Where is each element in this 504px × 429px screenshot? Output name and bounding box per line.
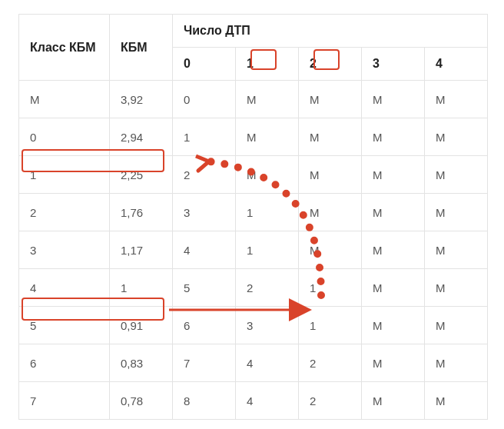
cell-dtp: 2: [236, 269, 299, 307]
cell-class: 3: [19, 231, 110, 269]
cell-dtp: М: [362, 344, 425, 382]
cell-dtp: М: [236, 118, 299, 156]
cell-dtp: М: [425, 307, 488, 344]
col-kbm-header: КБМ: [110, 15, 173, 81]
cell-dtp: М: [362, 81, 425, 118]
cell-class: М: [19, 81, 110, 118]
cell-dtp: М: [362, 194, 425, 231]
table-row: 7 0,78 8 4 2 М М: [19, 382, 488, 420]
cell-dtp: М: [362, 231, 425, 269]
cell-dtp: 4: [236, 344, 299, 382]
cell-dtp: М: [299, 194, 362, 231]
cell-dtp: 5: [173, 269, 236, 307]
cell-dtp: М: [425, 344, 488, 382]
cell-class: 6: [19, 344, 110, 382]
col-dtp-2-header: 2: [299, 48, 362, 81]
cell-dtp: М: [425, 231, 488, 269]
cell-dtp: 7: [173, 344, 236, 382]
cell-class: 2: [19, 194, 110, 231]
cell-dtp: М: [362, 156, 425, 194]
cell-class: 4: [19, 269, 110, 307]
cell-dtp: М: [299, 231, 362, 269]
cell-dtp: М: [425, 81, 488, 118]
table-row: 3 1,17 4 1 М М М: [19, 231, 488, 269]
cell-dtp: М: [236, 81, 299, 118]
col-dtp-group-header: Число ДТП: [173, 15, 488, 48]
cell-class: 1: [19, 156, 110, 194]
cell-kbm: 0,91: [110, 307, 173, 344]
col-class-header: Класс КБМ: [19, 15, 110, 81]
cell-dtp: М: [362, 307, 425, 344]
table-row: 2 1,76 3 1 М М М: [19, 194, 488, 231]
table-row: 6 0,83 7 4 2 М М: [19, 344, 488, 382]
kbm-table-figure: Класс КБМ КБМ Число ДТП 0 1 2 3 4 М 3,92…: [0, 0, 504, 429]
cell-dtp: М: [362, 382, 425, 420]
cell-dtp: 3: [236, 307, 299, 344]
table-row: 0 2,94 1 М М М М: [19, 118, 488, 156]
cell-dtp: М: [425, 118, 488, 156]
cell-class: 0: [19, 118, 110, 156]
cell-dtp: М: [425, 269, 488, 307]
cell-dtp: М: [299, 118, 362, 156]
table-row: 1 2,25 2 М М М М: [19, 156, 488, 194]
cell-kbm: 1,76: [110, 194, 173, 231]
table-row: 4 1 5 2 1 М М: [19, 269, 488, 307]
col-dtp-0-header: 0: [173, 48, 236, 81]
cell-dtp: 2: [299, 344, 362, 382]
cell-dtp: М: [299, 156, 362, 194]
cell-dtp: М: [236, 156, 299, 194]
cell-dtp: 2: [173, 156, 236, 194]
cell-kbm: 0,78: [110, 382, 173, 420]
cell-dtp: 1: [236, 194, 299, 231]
cell-dtp: М: [425, 156, 488, 194]
cell-dtp: 1: [173, 118, 236, 156]
cell-dtp: М: [362, 118, 425, 156]
col-dtp-4-header: 4: [425, 48, 488, 81]
cell-dtp: 2: [299, 382, 362, 420]
cell-kbm: 1,17: [110, 231, 173, 269]
table-row: М 3,92 0 М М М М: [19, 81, 488, 118]
kbm-table: Класс КБМ КБМ Число ДТП 0 1 2 3 4 М 3,92…: [18, 14, 488, 420]
cell-dtp: 8: [173, 382, 236, 420]
col-dtp-3-header: 3: [362, 48, 425, 81]
cell-kbm: 3,92: [110, 81, 173, 118]
cell-dtp: М: [425, 194, 488, 231]
cell-class: 5: [19, 307, 110, 344]
cell-dtp: М: [362, 269, 425, 307]
cell-dtp: 1: [236, 231, 299, 269]
cell-dtp: 4: [236, 382, 299, 420]
cell-class: 7: [19, 382, 110, 420]
cell-kbm: 2,25: [110, 156, 173, 194]
cell-kbm: 1: [110, 269, 173, 307]
cell-kbm: 0,83: [110, 344, 173, 382]
cell-dtp: 6: [173, 307, 236, 344]
cell-dtp: 0: [173, 81, 236, 118]
cell-dtp: М: [299, 81, 362, 118]
cell-dtp: 3: [173, 194, 236, 231]
table-row: 5 0,91 6 3 1 М М: [19, 307, 488, 344]
cell-dtp: 4: [173, 231, 236, 269]
cell-dtp: 1: [299, 307, 362, 344]
cell-dtp: М: [425, 382, 488, 420]
col-dtp-1-header: 1: [236, 48, 299, 81]
cell-kbm: 2,94: [110, 118, 173, 156]
cell-dtp: 1: [299, 269, 362, 307]
